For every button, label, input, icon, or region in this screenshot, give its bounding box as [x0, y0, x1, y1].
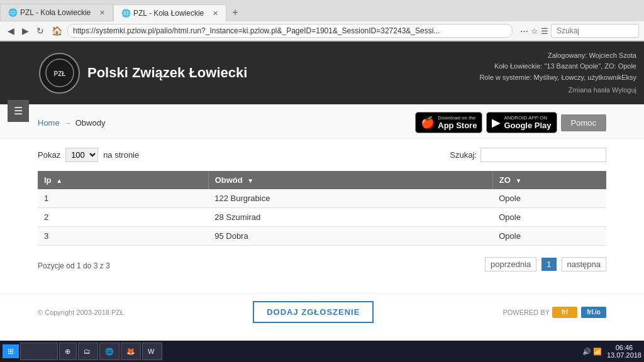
header-user-info: Zalogowany: Wojciech Szota Koło Łowiecki…: [479, 50, 636, 96]
breadcrumb-current: Obwody: [75, 118, 106, 128]
show-label: Pokaz: [38, 150, 60, 160]
change-password-link[interactable]: Zmiana hasła: [569, 86, 610, 94]
cell-zo: Opole: [492, 208, 606, 227]
cell-obwod: 28 Szumirad: [208, 208, 492, 227]
google-play-badge[interactable]: ▶ ANDROID APP ON Google Play: [486, 112, 557, 133]
frlio-logo: frl.io: [581, 307, 606, 318]
tab-1-close[interactable]: ✕: [99, 9, 105, 17]
browser-search-input[interactable]: [551, 24, 639, 38]
frl-logo: frl: [552, 307, 577, 318]
kolo-info: Koło Łowieckie: "13 Bazant Opole", ZO: O…: [479, 61, 636, 72]
browser-chrome: 🌐 PZL - Koła Łowieckie ✕ 🌐 PZL - Koła Ło…: [0, 0, 644, 41]
browser-tab-2[interactable]: 🌐 PZL - Koła Łowieckie ✕: [113, 4, 226, 21]
store-badges: 🍎 Download on the App Store ▶ ANDROID AP…: [415, 112, 606, 133]
extensions-button[interactable]: ⋯: [520, 26, 528, 36]
table-row: 1 122 Burgrabice Opole: [38, 189, 606, 208]
bookmark-button[interactable]: ☆: [531, 26, 538, 36]
home-button[interactable]: 🏠: [49, 25, 65, 37]
cell-obwod: 122 Burgrabice: [208, 189, 492, 208]
reload-button[interactable]: ↻: [34, 25, 47, 37]
col-lp-sort-icon: ▲: [56, 177, 62, 184]
pomoc-button[interactable]: Pomoc: [561, 114, 606, 131]
menu-button[interactable]: ☰: [541, 26, 548, 36]
tab-2-close[interactable]: ✕: [213, 9, 218, 18]
cell-zo: Opole: [492, 189, 606, 208]
cell-lp: 1: [38, 189, 208, 208]
back-button[interactable]: ◀: [5, 25, 17, 37]
copyright: © Copyright 2003-2018 PZŁ: [38, 309, 124, 316]
cell-obwod: 95 Dobra: [208, 227, 492, 246]
col-obwod-label: Obwód: [215, 175, 243, 185]
main-content: Pokaz 10 25 50 100 na stronie Szukaj: lp…: [0, 139, 644, 287]
table-row: 3 95 Dobra Opole: [38, 227, 606, 246]
app-store-main: App Store: [438, 121, 477, 130]
col-zo-label: ZO: [499, 175, 511, 185]
apple-icon: 🍎: [421, 116, 435, 129]
col-obwod[interactable]: Obwód ▼: [208, 171, 492, 189]
cell-lp: 3: [38, 227, 208, 246]
logo-emblem: PZŁ: [39, 53, 80, 94]
data-table: lp ▲ Obwód ▼ ZO ▼ 1 122 Burgrabice Opole…: [38, 171, 606, 246]
browser-tab-1[interactable]: 🌐 PZL - Koła Łowieckie ✕: [0, 4, 113, 21]
google-play-main: Google Play: [504, 121, 551, 130]
breadcrumb-separator: →: [64, 118, 72, 128]
tab-2-title: PZL - Koła Łowieckie: [133, 9, 209, 18]
col-lp[interactable]: lp ▲: [38, 171, 208, 189]
cell-zo: Opole: [492, 227, 606, 246]
col-zo-sort-icon: ▼: [515, 177, 521, 184]
role-info: Role w systemie: Myśliwy, Łowczy, użytko…: [479, 72, 636, 84]
address-bar: ◀ ▶ ↻ 🏠 ⋯ ☆ ☰: [0, 21, 644, 41]
table-body: 1 122 Burgrabice Opole 2 28 Szumirad Opo…: [38, 189, 606, 246]
page-size-select[interactable]: 10 25 50 100: [65, 148, 98, 162]
add-report-button[interactable]: DODAJ ZGŁOSZENIE: [253, 301, 374, 323]
search-input[interactable]: [480, 148, 606, 162]
tab-1-title: PZL - Koła Łowieckie: [20, 8, 96, 17]
url-input[interactable]: [67, 24, 513, 38]
new-tab-button[interactable]: +: [226, 4, 244, 21]
next-page-button[interactable]: następna: [562, 257, 607, 272]
powered-by-label: POWERED BY: [502, 309, 550, 316]
col-obwod-sort-icon: ▼: [247, 177, 253, 184]
table-row: 2 28 Szumirad Opole: [38, 208, 606, 227]
pagination-controls: poprzednia 1 następna: [485, 251, 606, 278]
controls-row: Pokaz 10 25 50 100 na stronie Szukaj:: [38, 148, 606, 162]
search-label: Szukaj:: [450, 150, 477, 160]
powered-by: POWERED BY frl frl.io: [502, 307, 606, 318]
current-page: 1: [541, 258, 556, 271]
forward-button[interactable]: ▶: [19, 25, 31, 37]
app-header: ☰ PZŁ Polski Związek Łowiecki Zalogowany…: [0, 41, 644, 104]
prev-page-button[interactable]: poprzednia: [485, 257, 536, 272]
pagination-area: Pozycje od 1 do 3 z 3 poprzednia 1 nastę…: [38, 251, 606, 278]
tab-bar: 🌐 PZL - Koła Łowieckie ✕ 🌐 PZL - Koła Ło…: [0, 0, 644, 21]
browser-actions: ⋯ ☆ ☰: [520, 26, 548, 36]
hamburger-menu[interactable]: ☰: [8, 100, 29, 122]
col-zo[interactable]: ZO ▼: [492, 171, 606, 189]
org-name: Polski Związek Łowiecki: [87, 65, 247, 81]
google-play-icon: ▶: [492, 116, 501, 129]
logout-link[interactable]: Wyloguj: [612, 86, 636, 94]
per-page-label: na stronie: [103, 150, 139, 160]
app-store-badge[interactable]: 🍎 Download on the App Store: [415, 112, 482, 133]
col-lp-label: lp: [44, 175, 52, 185]
footer: © Copyright 2003-2018 PZŁ DODAJ ZGŁOSZEN…: [0, 293, 644, 331]
header-actions: Zmiana hasła Wyloguj: [479, 85, 636, 96]
logo-area: PZŁ Polski Związek Łowiecki: [39, 53, 247, 94]
breadcrumb-bar: Home → Obwody 🍎 Download on the App Stor…: [0, 104, 644, 139]
cell-lp: 2: [38, 208, 208, 227]
pagination-info: Pozycje od 1 do 3 z 3: [38, 261, 110, 270]
table-header: lp ▲ Obwód ▼ ZO ▼: [38, 171, 606, 189]
search-row: Szukaj:: [450, 148, 606, 162]
breadcrumb-home[interactable]: Home: [38, 118, 60, 128]
app-store-sub: Download on the: [438, 115, 477, 121]
google-play-sub: ANDROID APP ON: [504, 115, 551, 121]
svg-text:PZŁ: PZŁ: [53, 70, 65, 77]
user-name: Zalogowany: Wojciech Szota: [479, 50, 636, 62]
